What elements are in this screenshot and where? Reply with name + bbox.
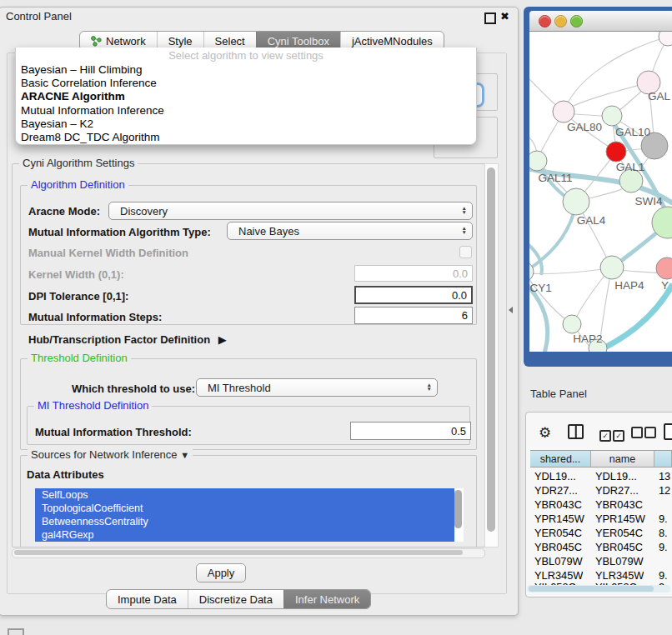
- dropdown-item[interactable]: Dream8 DC_TDC Algorithm: [16, 131, 476, 144]
- column-header-partial[interactable]: [654, 450, 672, 468]
- table-cell[interactable]: YDL19...: [534, 470, 576, 482]
- table-cell[interactable]: YBL079W: [534, 555, 583, 568]
- table-cell[interactable]: YDL19...: [595, 470, 637, 482]
- network-node-selected[interactable]: [606, 142, 626, 162]
- network-node[interactable]: [553, 101, 574, 122]
- node-label: HAP2: [573, 332, 602, 345]
- table-cell[interactable]: 9.: [659, 512, 668, 525]
- table-horizontal-scrollbar[interactable]: [527, 585, 670, 592]
- table-cell[interactable]: YBR045C: [534, 541, 582, 553]
- table-cell[interactable]: YBR043C: [595, 498, 643, 511]
- mi-threshold-label: Mutual Information Threshold:: [35, 426, 192, 438]
- table-cell[interactable]: 9.: [659, 541, 668, 553]
- network-node[interactable]: [563, 315, 581, 333]
- zoom-traffic-light-icon[interactable]: [570, 15, 583, 28]
- hide-columns-icon[interactable]: [631, 427, 656, 442]
- kernel-width-label: Kernel Width (0,1):: [28, 268, 124, 281]
- table-cell[interactable]: YBR043C: [534, 498, 582, 511]
- network-node[interactable]: [602, 106, 622, 126]
- dropdown-item[interactable]: Mutual Information Inference: [16, 104, 476, 118]
- aracne-mode-label: Aracne Mode:: [28, 205, 100, 218]
- dropdown-item-highlighted[interactable]: ARACNE Algorithm: [16, 90, 476, 103]
- table-cell[interactable]: 9.: [659, 569, 668, 582]
- minimized-panel-icon[interactable]: [8, 628, 24, 635]
- network-node[interactable]: [600, 256, 624, 279]
- table-cell[interactable]: YPR145W: [534, 512, 584, 525]
- table-cell[interactable]: YLR345W: [595, 569, 644, 582]
- cyni-bottom-tabbar: Impute Data Discretize Data Infer Networ…: [106, 589, 371, 609]
- close-traffic-light-icon[interactable]: [539, 15, 551, 28]
- table-cell[interactable]: YER054C: [534, 527, 582, 539]
- network-icon: [91, 36, 102, 47]
- split-pane-collapse-handle[interactable]: [509, 307, 513, 313]
- node-label: Y: [661, 279, 669, 292]
- network-node[interactable]: [659, 32, 672, 46]
- settings-horizontal-scrollbar[interactable]: [12, 548, 485, 558]
- manual-kernel-width-checkbox[interactable]: [459, 246, 472, 258]
- table-cell[interactable]: 13: [659, 470, 670, 482]
- split-columns-icon[interactable]: [568, 424, 584, 439]
- apply-button[interactable]: Apply: [196, 563, 246, 582]
- attribute-item-selected[interactable]: BetweennessCentrality: [35, 515, 454, 528]
- new-table-icon[interactable]: [664, 423, 672, 440]
- hub-section-toggle[interactable]: Hub/Transcription Factor Definition ▶: [28, 333, 227, 346]
- show-checked-columns-icon[interactable]: ✓✓: [599, 427, 624, 442]
- table-cell[interactable]: YDR27...: [595, 484, 639, 497]
- which-threshold-combobox[interactable]: MI Threshold ▲▼: [196, 378, 438, 397]
- mi-algorithm-type-label: Mutual Information Algorithm Type:: [28, 226, 211, 238]
- collapse-arrow-icon[interactable]: ▼: [180, 450, 189, 460]
- dropdown-item[interactable]: Basic Correlation Inference: [16, 77, 476, 90]
- kernel-width-field[interactable]: [354, 265, 473, 282]
- cytoscape-desktop: Control Panel ✖ Network Style Select Cyn…: [0, 0, 672, 635]
- tab-impute-data[interactable]: Impute Data: [107, 590, 188, 608]
- node-label: HAP4: [614, 279, 644, 292]
- data-attributes-list[interactable]: SelfLoops TopologicalCoefficient Between…: [35, 488, 464, 542]
- network-node[interactable]: [563, 188, 589, 215]
- attribute-item-selected[interactable]: TopologicalCoefficient: [35, 502, 454, 515]
- dropdown-item[interactable]: Bayesian – K2: [16, 118, 476, 131]
- table-cell[interactable]: YBR045C: [595, 541, 643, 553]
- mi-steps-field[interactable]: [354, 307, 473, 324]
- settings-legend: Cyni Algorithm Settings: [19, 157, 138, 169]
- dropdown-item[interactable]: Bayesian – Hill Climbing: [16, 63, 476, 77]
- table-cell[interactable]: 8.: [659, 527, 668, 539]
- data-attributes-label: Data Attributes: [27, 468, 104, 481]
- column-header-shared-name[interactable]: shared...: [530, 450, 591, 468]
- attribute-item-selected[interactable]: SelfLoops: [35, 488, 454, 502]
- node-label: GAL: [648, 90, 671, 102]
- dpi-tolerance-field[interactable]: [354, 286, 473, 304]
- minimize-traffic-light-icon[interactable]: [554, 15, 567, 28]
- control-panel-title: Control Panel: [6, 10, 72, 22]
- network-node[interactable]: [656, 258, 672, 279]
- tab-discretize-data[interactable]: Discretize Data: [188, 590, 283, 608]
- tab-network-label: Network: [106, 35, 146, 48]
- close-window-icon[interactable]: ✖: [500, 10, 509, 22]
- combo-arrows-icon: ▲▼: [462, 207, 467, 214]
- table-cell[interactable]: YER054C: [595, 527, 643, 539]
- network-canvas[interactable]: GAL GAL80 GAL10 GAL1 GAL11 SWI4 GAL4 GCY…: [529, 32, 672, 352]
- mi-algorithm-type-combobox[interactable]: Naive Bayes ▲▼: [227, 222, 473, 240]
- dropdown-placeholder: Select algorithm to view settings: [16, 48, 476, 63]
- node-label: SWI4: [634, 195, 662, 208]
- network-node[interactable]: [529, 151, 547, 171]
- float-window-icon[interactable]: [484, 12, 496, 24]
- table-cell[interactable]: 12: [659, 484, 670, 497]
- network-window-titlebar[interactable]: [529, 11, 672, 32]
- node-label: GAL11: [538, 172, 572, 184]
- node-label: GCY1: [529, 282, 552, 294]
- column-header-name[interactable]: name: [591, 450, 654, 468]
- network-graph: GAL GAL80 GAL10 GAL1 GAL11 SWI4 GAL4 GCY…: [529, 32, 672, 352]
- expand-arrow-icon: ▶: [218, 333, 227, 346]
- algorithm-dropdown-list: Select algorithm to view settings Bayesi…: [15, 48, 477, 145]
- table-cell[interactable]: YDR27...: [534, 484, 578, 497]
- mi-threshold-field[interactable]: [350, 422, 471, 440]
- table-cell[interactable]: YLR345W: [534, 569, 583, 582]
- attribute-item-selected[interactable]: gal4RGexp: [35, 528, 454, 542]
- table-cell[interactable]: YPR145W: [595, 512, 645, 525]
- aracne-mode-combobox[interactable]: Discovery ▲▼: [108, 202, 473, 220]
- settings-vertical-scrollbar[interactable]: [484, 163, 499, 548]
- gear-icon[interactable]: ⚙: [539, 424, 551, 442]
- tab-infer-network[interactable]: Infer Network: [283, 590, 370, 608]
- table-cell[interactable]: YBL079W: [595, 555, 644, 568]
- list-scrollbar[interactable]: [454, 490, 462, 528]
